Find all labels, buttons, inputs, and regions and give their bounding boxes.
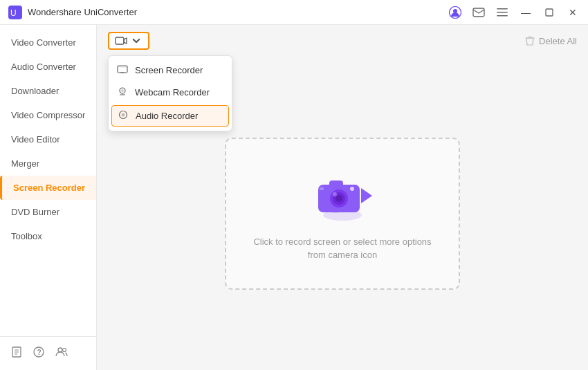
profile-icon[interactable] xyxy=(448,6,462,19)
delete-all-label: Delete All xyxy=(539,36,577,46)
dropdown-item-audio-recorder[interactable]: Audio Recorder xyxy=(111,105,229,127)
camera-illustration xyxy=(304,165,380,224)
svg-point-28 xyxy=(350,187,354,191)
sidebar-item-downloader[interactable]: Downloader xyxy=(0,79,96,103)
sidebar-item-screen-recorder[interactable]: Screen Recorder xyxy=(0,176,96,200)
svg-text:?: ? xyxy=(37,349,42,356)
delete-all-button[interactable]: Delete All xyxy=(525,35,577,46)
camera-icon xyxy=(115,36,127,46)
sidebar-item-audio-converter[interactable]: Audio Converter xyxy=(0,55,96,79)
svg-rect-7 xyxy=(497,15,508,17)
dropdown-arrow-icon xyxy=(130,36,143,46)
sidebar-item-video-converter[interactable]: Video Converter xyxy=(0,30,96,55)
svg-text:U: U xyxy=(10,8,17,18)
hamburger-icon[interactable] xyxy=(495,6,509,19)
help-icon[interactable]: ? xyxy=(33,346,44,360)
svg-point-13 xyxy=(63,349,66,352)
svg-rect-14 xyxy=(116,37,124,44)
webcam-recorder-label: Webcam Recorder xyxy=(135,87,210,98)
svg-point-12 xyxy=(58,348,62,352)
title-bar: U Wondershare UniConverter — xyxy=(0,0,588,25)
sidebar-item-dvd-burner[interactable]: DVD Burner xyxy=(0,200,96,224)
mail-icon[interactable] xyxy=(472,6,486,19)
sidebar-item-merger[interactable]: Merger xyxy=(0,151,96,176)
audio-recorder-label: Audio Recorder xyxy=(136,111,198,121)
svg-rect-4 xyxy=(473,8,484,17)
sidebar-nav: Video Converter Audio Converter Download… xyxy=(0,25,96,248)
minimize-icon[interactable]: — xyxy=(519,6,533,19)
close-icon[interactable]: ✕ xyxy=(566,6,580,19)
drop-zone[interactable]: Click to record screen or select more op… xyxy=(225,138,460,290)
screen-recorder-label: Screen Recorder xyxy=(135,65,203,75)
svg-rect-29 xyxy=(320,187,324,190)
toolbar-left: Screen Recorder Webcam Recorder xyxy=(108,32,149,50)
svg-rect-24 xyxy=(329,181,343,187)
sidebar-item-video-editor[interactable]: Video Editor xyxy=(0,127,96,151)
svg-point-18 xyxy=(121,89,124,92)
svg-point-20 xyxy=(122,113,125,117)
users-icon[interactable] xyxy=(55,347,68,360)
content-area: Screen Recorder Webcam Recorder xyxy=(97,25,588,370)
svg-rect-5 xyxy=(497,8,508,10)
sidebar: Video Converter Audio Converter Download… xyxy=(0,25,97,370)
sidebar-item-video-compressor[interactable]: Video Compressor xyxy=(0,103,96,127)
book-icon[interactable] xyxy=(11,346,22,360)
app-icon: U xyxy=(8,6,22,19)
main-layout: Video Converter Audio Converter Download… xyxy=(0,25,588,370)
maximize-icon[interactable] xyxy=(542,6,556,19)
trash-icon xyxy=(525,35,535,46)
sidebar-item-toolbox[interactable]: Toolbox xyxy=(0,224,96,248)
webcam-recorder-icon xyxy=(117,86,128,98)
svg-rect-8 xyxy=(546,9,553,16)
audio-recorder-icon xyxy=(118,110,129,122)
svg-point-27 xyxy=(336,195,342,202)
recorder-dropdown-menu: Screen Recorder Webcam Recorder xyxy=(108,55,232,131)
svg-point-30 xyxy=(333,192,337,196)
svg-rect-16 xyxy=(118,66,127,68)
camera-recorder-button[interactable] xyxy=(108,32,149,50)
title-bar-left: U Wondershare UniConverter xyxy=(8,6,137,19)
svg-rect-6 xyxy=(497,12,508,13)
screen-recorder-icon xyxy=(117,64,128,75)
app-title: Wondershare UniConverter xyxy=(28,7,137,17)
toolbar: Screen Recorder Webcam Recorder xyxy=(97,25,588,57)
sidebar-footer: ? xyxy=(0,336,96,370)
title-bar-controls: — ✕ xyxy=(448,6,580,19)
drop-zone-hint: Click to record screen or select more op… xyxy=(246,235,439,262)
dropdown-item-webcam-recorder[interactable]: Webcam Recorder xyxy=(109,81,232,104)
dropdown-item-screen-recorder[interactable]: Screen Recorder xyxy=(109,59,232,81)
